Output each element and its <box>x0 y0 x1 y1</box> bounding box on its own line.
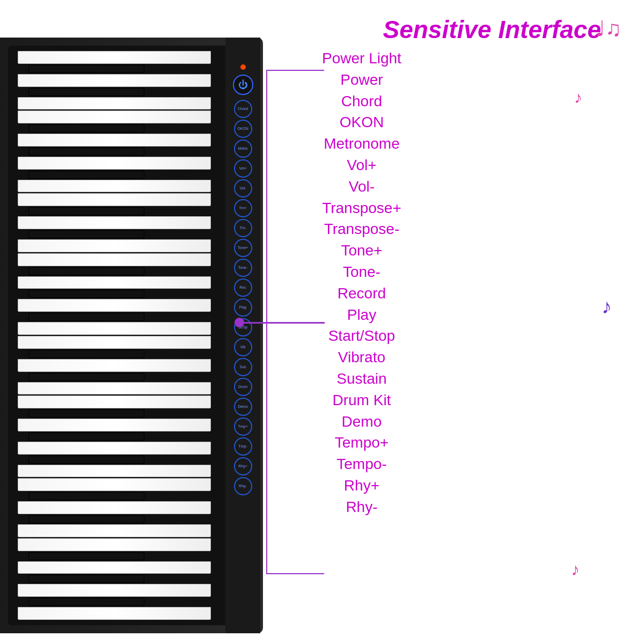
tone-plus-button[interactable]: Tone+ <box>234 239 252 257</box>
tone-minus-button[interactable]: Tone- <box>234 259 252 277</box>
label-rhy-plus: Rhy+ <box>322 475 401 496</box>
label-chord: Chord <box>322 91 401 112</box>
label-vol-plus: Vol+ <box>322 155 401 175</box>
music-note-2: ♪ <box>574 89 582 107</box>
vol-plus-button[interactable]: Vol+ <box>234 159 252 178</box>
label-record: Record <box>322 283 401 304</box>
label-vibrato: Vibrato <box>322 347 401 368</box>
page-title: Sensitive Interface <box>383 15 601 44</box>
piano-instrument: ⏻ Chord OKON Metro Vol+ Vol- Trn+ Trn- T… <box>0 38 263 633</box>
music-note-3: ♪ <box>602 295 612 318</box>
label-rhy-minus: Rhy- <box>322 497 401 517</box>
label-drum-kit: Drum Kit <box>322 390 401 411</box>
tempo-minus-button[interactable]: Tmp- <box>234 437 252 456</box>
label-power: Power <box>322 70 401 90</box>
label-tempo-plus: Tempo+ <box>322 433 401 453</box>
connector-dot <box>235 318 244 327</box>
demo-button[interactable]: Demo <box>234 398 252 416</box>
label-tone-plus: Tone+ <box>322 240 401 261</box>
connector-line <box>244 322 325 324</box>
metronome-button[interactable]: Metro <box>234 140 252 158</box>
labels-panel: Power Light Power Chord OKON Metronome V… <box>322 48 401 517</box>
label-tone-minus: Tone- <box>322 262 401 282</box>
power-light-indicator <box>240 64 246 70</box>
rhy-minus-button[interactable]: Rhy- <box>234 477 252 495</box>
record-button[interactable]: Rec <box>234 279 252 297</box>
page-container: Sensitive Interface ♩♫ ♪ ♪ ♪ <box>0 0 644 644</box>
label-vol-minus: Vol- <box>322 177 401 197</box>
play-button[interactable]: Play <box>234 298 252 317</box>
chord-button[interactable]: Chord <box>234 100 252 118</box>
vol-minus-button[interactable]: Vol- <box>234 179 252 197</box>
music-note-1: ♩♫ <box>595 16 621 41</box>
tempo-plus-button[interactable]: Tmp+ <box>234 418 252 436</box>
vibrato-button[interactable]: Vib <box>234 338 252 356</box>
label-demo: Demo <box>322 412 401 432</box>
label-sustain: Sustain <box>322 369 401 389</box>
transpose-plus-button[interactable]: Trn+ <box>234 199 252 217</box>
power-button[interactable]: ⏻ <box>233 75 253 95</box>
label-tempo-minus: Tempo- <box>322 454 401 474</box>
music-note-4: ♪ <box>571 560 580 580</box>
rhy-plus-button[interactable]: Rhy+ <box>234 457 252 475</box>
label-transpose-plus: Transpose+ <box>322 198 401 218</box>
label-play: Play <box>322 305 401 325</box>
label-power-light: Power Light <box>322 48 401 69</box>
label-start-stop: Start/Stop <box>322 326 401 346</box>
drum-kit-button[interactable]: Drum <box>234 378 252 396</box>
label-transpose-minus: Transpose- <box>322 219 401 239</box>
sustain-button[interactable]: Sus <box>234 358 252 376</box>
okon-button[interactable]: OKON <box>234 120 252 138</box>
keyboard <box>8 46 233 625</box>
transpose-minus-button[interactable]: Trn- <box>234 219 252 237</box>
label-metronome: Metronome <box>322 134 401 154</box>
label-okon: OKON <box>322 112 401 133</box>
